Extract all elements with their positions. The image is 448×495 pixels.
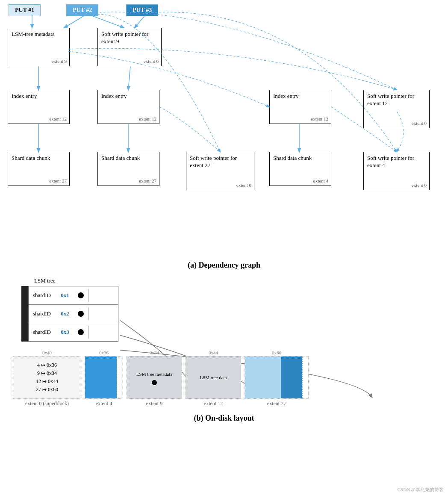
extent-4-rect [85,356,123,399]
extent-9-rect: LSM tree metadata [127,356,182,399]
index-entry-12c-node: Index entry extent 12 [269,90,331,124]
shard-hex-1: 0x1 [61,292,69,299]
shard-hex-2: 0x2 [61,310,69,317]
shard-27b-node: Shard data chunk extent 27 [97,152,159,186]
extent-27-name: extent 27 [267,401,286,407]
shard-4-extent: extent 4 [313,178,328,184]
csdn-footer: CSDN @李兆龙的博客 [398,486,444,493]
soft-wp-27-node: Soft write pointer for extent 27 extent … [186,152,254,190]
lsm-meta-extent: extent 9 [52,58,67,64]
idx-12c-extent: extent 12 [311,116,328,122]
shard-27b-text: Shard data chunk [101,155,140,161]
extent-27-rect [245,356,309,399]
svg-line-1 [64,15,85,28]
extent-12-label: LSM tree data [198,373,229,382]
extent-0-map-line2: 9 ↦ 0x34 [37,369,57,377]
soft-wp-4-node: Soft write pointer for extent 4 extent 0 [363,152,430,190]
dependency-graph-section: PUT #1 PUT #2 PUT #3 LSM-tree metadata e… [0,0,448,256]
put1-button[interactable]: PUT #1 [9,4,41,16]
idx-12b-text: Index entry [101,93,127,99]
extent-0-addr: 0x40 [42,350,52,355]
extent-0-rect: 4 ↦ 0x36 9 ↦ 0x34 12 ↦ 0x44 27 ↦ 0x60 [13,356,81,399]
extent-0-map-line3: 12 ↦ 0x44 [36,377,58,386]
extent-4-addr: 0x36 [99,350,109,355]
soft-wp-12-extent: extent 0 [412,120,427,126]
lsm-row-1: shardID 0x1 [29,286,118,305]
lsm-row-3: shardID 0x3 [29,323,118,341]
shard-id-label-2: shardID [33,310,51,317]
dot-2 [78,311,84,317]
soft-wp-12-text: Soft write pointer for extent 12 [367,93,414,106]
svg-line-2 [90,15,124,28]
index-entry-12a-node: Index entry extent 12 [8,90,70,124]
soft-wp-9-extent: extent 0 [144,58,159,64]
extent-9-dot [152,380,157,385]
caption-a: (a) Dependency graph [0,256,448,273]
shard-id-label-1: shardID [33,292,51,299]
extent-12-rect: LSM tree data [186,356,241,399]
extent-0-name: extent 0 (superblock) [25,401,69,407]
idx-12a-text: Index entry [12,93,37,99]
extent-12-addr: 0x44 [209,350,218,355]
extent-9-addr: 0x34 [150,350,159,355]
idx-12c-text: Index entry [273,93,299,99]
put2-button[interactable]: PUT #2 [66,4,98,16]
extent-0-map-line4: 27 ↦ 0x60 [36,386,58,394]
extent-9-name: extent 9 [146,401,162,407]
shard-4-text: Shard data chunk [273,155,312,161]
lsm-row-2: shardID 0x2 [29,305,118,323]
lsm-spine [21,286,28,342]
shard-id-label-3: shardID [33,329,51,336]
extent-0-block: 0x40 4 ↦ 0x36 9 ↦ 0x34 12 ↦ 0x44 27 ↦ 0x… [13,350,81,407]
lsm-meta-text: LSM-tree metadata [12,31,55,37]
extent-4-name: extent 4 [96,401,112,407]
soft-wp-27-text: Soft write pointer for extent 27 [190,155,237,168]
idx-12a-extent: extent 12 [49,116,67,122]
extent-27-block: 0x60 extent 27 [245,350,309,407]
extent-0-map-line1: 4 ↦ 0x36 [37,361,57,369]
put3-button[interactable]: PUT #3 [126,4,158,16]
extent-4-block: 0x36 extent 4 [85,350,123,407]
svg-line-5 [128,66,130,90]
soft-wp-9-text: Soft write pointer for extent 9 [101,31,148,44]
lsm-tree-metadata-node: LSM-tree metadata extent 9 [8,28,70,66]
extent-27-addr: 0x60 [272,350,281,355]
idx-12b-extent: extent 12 [139,116,156,122]
soft-wp-4-extent: extent 0 [412,182,427,188]
soft-wp-27-extent: extent 0 [236,182,251,188]
index-entry-12b-node: Index entry extent 12 [97,90,159,124]
extent-9-block: 0x34 LSM tree metadata extent 9 [127,350,182,407]
lsm-tree-label: LSM tree [34,277,439,284]
dot-3 [78,329,84,335]
soft-wp-9-node: Soft write pointer for extent 9 extent 0 [97,28,162,66]
dot-1 [78,292,84,298]
svg-line-3 [135,15,145,28]
extents-section: 0x40 4 ↦ 0x36 9 ↦ 0x34 12 ↦ 0x44 27 ↦ 0x… [13,350,435,407]
shard-27a-extent: extent 27 [49,178,67,184]
shard-27a-node: Shard data chunk extent 27 [8,152,70,186]
on-disk-layout-section: LSM tree shardID 0x1 shardID 0x2 shardID… [0,273,448,436]
shard-27a-text: Shard data chunk [12,155,50,161]
extent-9-label: LSM tree metadata [135,370,174,378]
extent-12-name: extent 12 [204,401,223,407]
shard-4-node: Shard data chunk extent 4 [269,152,331,186]
extent-12-block: 0x44 LSM tree data extent 12 [186,350,241,407]
shard-hex-3: 0x3 [61,329,69,336]
caption-b: (b) On-disk layout [9,407,439,427]
shard-27b-extent: extent 27 [139,178,156,184]
lsm-tree-container: shardID 0x1 shardID 0x2 shardID 0x3 [21,286,439,342]
lsm-table: shardID 0x1 shardID 0x2 shardID 0x3 [28,286,118,342]
soft-wp-4-text: Soft write pointer for extent 4 [367,155,414,168]
soft-wp-12-node: Soft write pointer for extent 12 extent … [363,90,430,128]
